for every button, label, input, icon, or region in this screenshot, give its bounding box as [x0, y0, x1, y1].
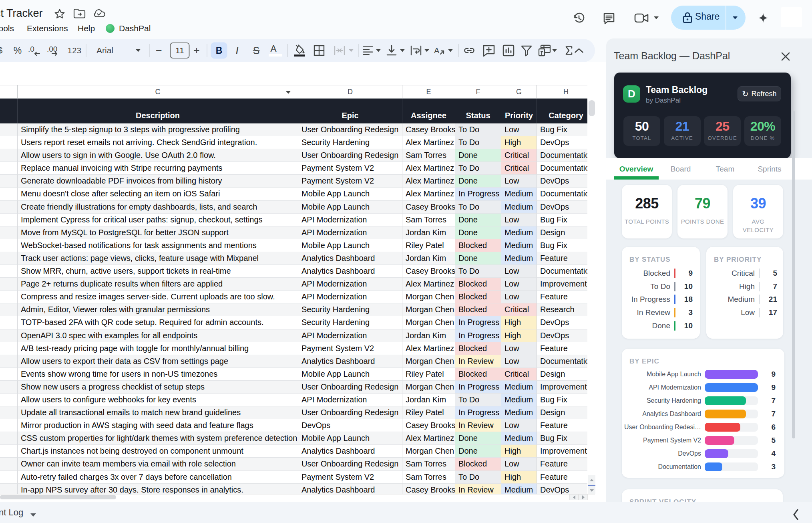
svg-text:A: A — [270, 43, 277, 54]
svg-text:.0: .0 — [28, 45, 34, 53]
svg-text:.00: .00 — [47, 45, 57, 53]
svg-text:A: A — [434, 46, 440, 55]
